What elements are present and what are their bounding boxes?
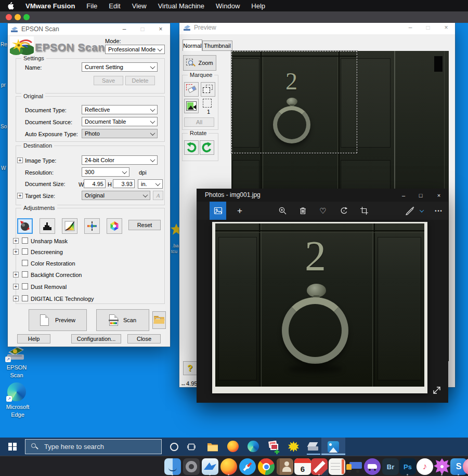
vmware-fusion-dock-icon[interactable] bbox=[311, 458, 328, 475]
mode-select[interactable]: Professional Mode bbox=[105, 45, 165, 54]
photos-taskbar-button[interactable] bbox=[321, 438, 345, 456]
size-unit-select[interactable]: in. bbox=[138, 179, 163, 189]
start-button[interactable] bbox=[0, 438, 25, 456]
image-type-expander[interactable]: + bbox=[17, 157, 23, 163]
tone-curve-tool-button[interactable] bbox=[62, 218, 77, 234]
image-adjustment-tool-button[interactable] bbox=[84, 218, 100, 234]
tab-thumbnail[interactable]: Thumbnail bbox=[202, 41, 232, 51]
delete-button[interactable] bbox=[293, 202, 313, 220]
delete-marquee-button[interactable] bbox=[184, 82, 199, 97]
rotate-left-button[interactable] bbox=[184, 140, 199, 155]
descreening-checkbox[interactable] bbox=[22, 248, 28, 255]
menu-help[interactable]: Help bbox=[251, 2, 265, 10]
rotate-right-button[interactable] bbox=[200, 140, 214, 155]
color-restoration-checkbox[interactable] bbox=[22, 260, 28, 266]
menu-edit[interactable]: Edit bbox=[109, 2, 120, 10]
resolution-select[interactable]: 300 bbox=[82, 167, 129, 177]
file-explorer-icon[interactable] bbox=[207, 442, 218, 452]
delete-button[interactable]: Delete bbox=[125, 76, 155, 85]
close-button[interactable]: × bbox=[438, 22, 454, 33]
edit-create-button[interactable] bbox=[402, 202, 418, 220]
contacts-dock-icon[interactable] bbox=[277, 458, 293, 475]
epson-photo-print-icon[interactable] bbox=[268, 441, 279, 452]
menubar-app-name[interactable]: VMware Fusion bbox=[25, 2, 75, 10]
desktop-icon-microsoft-edge[interactable]: ↗ Microsoft Edge bbox=[4, 382, 31, 417]
maximize-button[interactable]: □ bbox=[134, 23, 151, 35]
adobe-bridge-dock-icon[interactable]: Br bbox=[382, 458, 399, 475]
favorite-button[interactable]: ♡ bbox=[313, 202, 333, 220]
chrome-dock-icon[interactable] bbox=[258, 458, 275, 475]
setting-name-select[interactable]: Current Setting bbox=[82, 62, 158, 72]
apple-menu-icon[interactable] bbox=[7, 2, 14, 10]
finder-dock-icon[interactable] bbox=[164, 458, 181, 475]
close-button[interactable]: × bbox=[152, 23, 169, 35]
unsharp-mask-checkbox[interactable] bbox=[22, 237, 28, 244]
van-app-dock-icon[interactable] bbox=[364, 458, 381, 475]
edge-taskbar-icon[interactable] bbox=[248, 441, 259, 452]
menu-window[interactable]: Window bbox=[216, 2, 240, 10]
fullscreen-expand-icon[interactable] bbox=[432, 385, 442, 395]
calendar-dock-icon[interactable]: 6 bbox=[294, 458, 311, 475]
file-save-settings-button[interactable] bbox=[152, 311, 166, 329]
close-dialog-button[interactable]: Close bbox=[127, 334, 161, 343]
more-button[interactable]: ••• bbox=[430, 202, 448, 220]
help-button[interactable]: Help bbox=[17, 334, 50, 343]
zoom-button[interactable] bbox=[272, 202, 292, 220]
firefox-taskbar-icon[interactable] bbox=[227, 441, 239, 452]
minimize-button[interactable]: – bbox=[402, 22, 419, 33]
add-button[interactable]: + bbox=[232, 202, 248, 220]
scanned-photo[interactable]: 2 bbox=[212, 222, 427, 393]
close-button[interactable]: × bbox=[430, 189, 448, 202]
auto-exposure-tool-button[interactable] bbox=[17, 218, 33, 234]
zoom-traffic-light[interactable] bbox=[23, 14, 30, 20]
maximize-button[interactable]: □ bbox=[420, 22, 436, 33]
minimize-traffic-light[interactable] bbox=[15, 14, 21, 20]
photoshop-dock-icon[interactable]: Ps bbox=[399, 458, 416, 475]
document-source-select[interactable]: Document Table bbox=[82, 117, 158, 126]
safari-dock-icon[interactable] bbox=[239, 458, 256, 475]
maximize-button[interactable]: □ bbox=[412, 189, 430, 202]
backlight-correction-checkbox[interactable] bbox=[22, 271, 28, 277]
itunes-dock-icon[interactable]: ♪ bbox=[417, 458, 433, 475]
reset-button[interactable]: Reset bbox=[128, 220, 161, 230]
cortana-icon[interactable] bbox=[170, 443, 178, 451]
dust-removal-expander[interactable]: + bbox=[13, 284, 19, 289]
zoom-button[interactable]: Zoom bbox=[183, 55, 216, 71]
descreening-expander[interactable]: + bbox=[13, 249, 19, 255]
digital-ice-expander[interactable]: + bbox=[13, 296, 19, 301]
mail-dock-icon[interactable] bbox=[202, 458, 218, 475]
minimize-button[interactable]: – bbox=[395, 189, 412, 202]
auto-exposure-type-select[interactable]: Photo bbox=[82, 129, 158, 138]
epson-smart-panel-icon[interactable] bbox=[288, 441, 299, 452]
height-input[interactable]: 3.93 bbox=[113, 179, 135, 188]
dust-removal-checkbox[interactable] bbox=[22, 283, 28, 289]
target-size-expander[interactable]: + bbox=[17, 193, 23, 199]
ledger-app-dock-icon[interactable] bbox=[329, 458, 345, 475]
image-type-select[interactable]: 24-bit Color bbox=[82, 155, 158, 165]
target-size-select[interactable]: Original bbox=[82, 191, 150, 200]
edit-create-dropdown[interactable] bbox=[418, 202, 425, 220]
close-traffic-light[interactable] bbox=[6, 14, 12, 20]
pixelmator-flower-dock-icon[interactable] bbox=[434, 458, 450, 475]
desktop-icon-epson-scan[interactable]: ↗ EPSON Scan bbox=[4, 345, 29, 375]
color-palette-tool-button[interactable] bbox=[107, 218, 122, 234]
scan-button[interactable]: Scan bbox=[96, 309, 149, 331]
duplicate-marquee-button[interactable] bbox=[201, 82, 215, 97]
taskbar-search-input[interactable] bbox=[25, 439, 162, 454]
system-preferences-dock-icon[interactable] bbox=[183, 458, 200, 475]
marquee-selection[interactable] bbox=[231, 51, 357, 153]
unsharp-mask-expander[interactable]: + bbox=[13, 238, 19, 244]
preview-help-button[interactable]: ? bbox=[183, 361, 197, 375]
task-view-icon[interactable] bbox=[187, 443, 196, 451]
rotate-button[interactable] bbox=[334, 202, 354, 220]
backlight-correction-expander[interactable]: + bbox=[13, 272, 19, 277]
menu-virtual-machine[interactable]: Virtual Machine bbox=[158, 2, 204, 10]
save-button[interactable]: Save bbox=[94, 76, 123, 85]
crop-button[interactable] bbox=[354, 202, 374, 220]
histogram-tool-button[interactable] bbox=[40, 218, 55, 234]
epson-scan-taskbar-icon[interactable] bbox=[308, 442, 319, 452]
all-marquee-button[interactable]: All bbox=[184, 117, 214, 127]
menu-file[interactable]: File bbox=[86, 2, 97, 10]
firefox-dock-icon[interactable] bbox=[220, 458, 237, 475]
minimize-button[interactable]: – bbox=[116, 23, 133, 35]
